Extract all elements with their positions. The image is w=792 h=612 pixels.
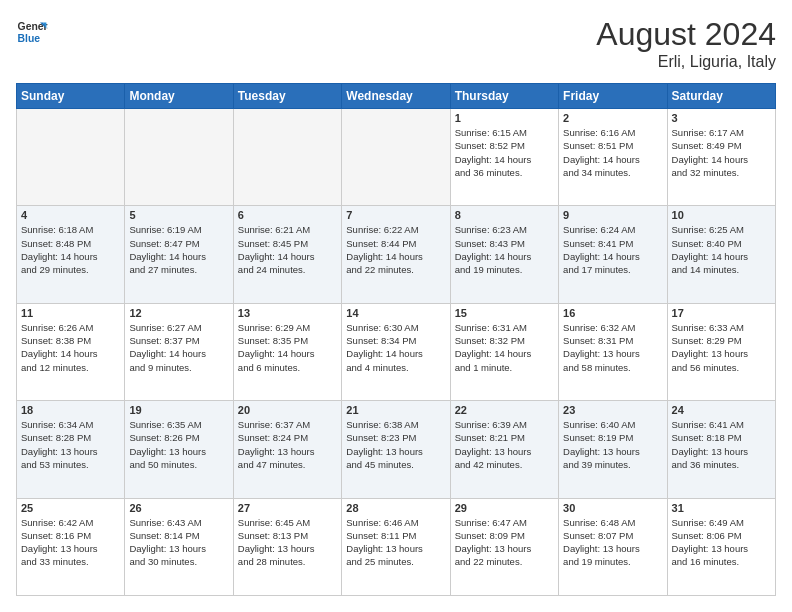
- day-info: Sunrise: 6:48 AMSunset: 8:07 PMDaylight:…: [563, 516, 662, 569]
- day-number: 2: [563, 112, 662, 124]
- day-number: 8: [455, 209, 554, 221]
- day-info: Sunrise: 6:42 AMSunset: 8:16 PMDaylight:…: [21, 516, 120, 569]
- table-row: 8Sunrise: 6:23 AMSunset: 8:43 PMDaylight…: [450, 206, 558, 303]
- col-monday: Monday: [125, 84, 233, 109]
- day-info: Sunrise: 6:35 AMSunset: 8:26 PMDaylight:…: [129, 418, 228, 471]
- header: General Blue August 2024 Erli, Liguria, …: [16, 16, 776, 71]
- table-row: 9Sunrise: 6:24 AMSunset: 8:41 PMDaylight…: [559, 206, 667, 303]
- day-number: 31: [672, 502, 771, 514]
- day-number: 23: [563, 404, 662, 416]
- day-number: 20: [238, 404, 337, 416]
- day-info: Sunrise: 6:29 AMSunset: 8:35 PMDaylight:…: [238, 321, 337, 374]
- table-row: 28Sunrise: 6:46 AMSunset: 8:11 PMDayligh…: [342, 498, 450, 595]
- col-sunday: Sunday: [17, 84, 125, 109]
- table-row: 7Sunrise: 6:22 AMSunset: 8:44 PMDaylight…: [342, 206, 450, 303]
- table-row: 23Sunrise: 6:40 AMSunset: 8:19 PMDayligh…: [559, 401, 667, 498]
- day-info: Sunrise: 6:30 AMSunset: 8:34 PMDaylight:…: [346, 321, 445, 374]
- logo-icon: General Blue: [16, 16, 48, 48]
- day-number: 22: [455, 404, 554, 416]
- table-row: 20Sunrise: 6:37 AMSunset: 8:24 PMDayligh…: [233, 401, 341, 498]
- col-tuesday: Tuesday: [233, 84, 341, 109]
- table-row: [233, 109, 341, 206]
- day-info: Sunrise: 6:25 AMSunset: 8:40 PMDaylight:…: [672, 223, 771, 276]
- day-info: Sunrise: 6:40 AMSunset: 8:19 PMDaylight:…: [563, 418, 662, 471]
- day-number: 25: [21, 502, 120, 514]
- table-row: 10Sunrise: 6:25 AMSunset: 8:40 PMDayligh…: [667, 206, 775, 303]
- svg-text:Blue: Blue: [18, 33, 41, 44]
- table-row: 5Sunrise: 6:19 AMSunset: 8:47 PMDaylight…: [125, 206, 233, 303]
- day-number: 4: [21, 209, 120, 221]
- table-row: 29Sunrise: 6:47 AMSunset: 8:09 PMDayligh…: [450, 498, 558, 595]
- col-saturday: Saturday: [667, 84, 775, 109]
- logo: General Blue: [16, 16, 48, 48]
- day-number: 3: [672, 112, 771, 124]
- day-number: 29: [455, 502, 554, 514]
- day-info: Sunrise: 6:41 AMSunset: 8:18 PMDaylight:…: [672, 418, 771, 471]
- table-row: 14Sunrise: 6:30 AMSunset: 8:34 PMDayligh…: [342, 303, 450, 400]
- day-number: 7: [346, 209, 445, 221]
- day-number: 6: [238, 209, 337, 221]
- day-number: 24: [672, 404, 771, 416]
- day-info: Sunrise: 6:24 AMSunset: 8:41 PMDaylight:…: [563, 223, 662, 276]
- table-row: 16Sunrise: 6:32 AMSunset: 8:31 PMDayligh…: [559, 303, 667, 400]
- table-row: 22Sunrise: 6:39 AMSunset: 8:21 PMDayligh…: [450, 401, 558, 498]
- day-info: Sunrise: 6:18 AMSunset: 8:48 PMDaylight:…: [21, 223, 120, 276]
- day-number: 27: [238, 502, 337, 514]
- calendar-table: Sunday Monday Tuesday Wednesday Thursday…: [16, 83, 776, 596]
- day-number: 9: [563, 209, 662, 221]
- table-row: 1Sunrise: 6:15 AMSunset: 8:52 PMDaylight…: [450, 109, 558, 206]
- day-number: 1: [455, 112, 554, 124]
- day-number: 16: [563, 307, 662, 319]
- day-info: Sunrise: 6:21 AMSunset: 8:45 PMDaylight:…: [238, 223, 337, 276]
- day-info: Sunrise: 6:46 AMSunset: 8:11 PMDaylight:…: [346, 516, 445, 569]
- table-row: 3Sunrise: 6:17 AMSunset: 8:49 PMDaylight…: [667, 109, 775, 206]
- table-row: 21Sunrise: 6:38 AMSunset: 8:23 PMDayligh…: [342, 401, 450, 498]
- day-number: 28: [346, 502, 445, 514]
- table-row: 17Sunrise: 6:33 AMSunset: 8:29 PMDayligh…: [667, 303, 775, 400]
- table-row: 19Sunrise: 6:35 AMSunset: 8:26 PMDayligh…: [125, 401, 233, 498]
- day-number: 30: [563, 502, 662, 514]
- table-row: [17, 109, 125, 206]
- day-info: Sunrise: 6:37 AMSunset: 8:24 PMDaylight:…: [238, 418, 337, 471]
- day-info: Sunrise: 6:15 AMSunset: 8:52 PMDaylight:…: [455, 126, 554, 179]
- day-number: 10: [672, 209, 771, 221]
- day-number: 11: [21, 307, 120, 319]
- col-friday: Friday: [559, 84, 667, 109]
- table-row: 18Sunrise: 6:34 AMSunset: 8:28 PMDayligh…: [17, 401, 125, 498]
- day-number: 13: [238, 307, 337, 319]
- day-info: Sunrise: 6:33 AMSunset: 8:29 PMDaylight:…: [672, 321, 771, 374]
- table-row: 31Sunrise: 6:49 AMSunset: 8:06 PMDayligh…: [667, 498, 775, 595]
- day-info: Sunrise: 6:23 AMSunset: 8:43 PMDaylight:…: [455, 223, 554, 276]
- day-info: Sunrise: 6:34 AMSunset: 8:28 PMDaylight:…: [21, 418, 120, 471]
- table-row: 6Sunrise: 6:21 AMSunset: 8:45 PMDaylight…: [233, 206, 341, 303]
- day-info: Sunrise: 6:22 AMSunset: 8:44 PMDaylight:…: [346, 223, 445, 276]
- day-info: Sunrise: 6:49 AMSunset: 8:06 PMDaylight:…: [672, 516, 771, 569]
- table-row: 15Sunrise: 6:31 AMSunset: 8:32 PMDayligh…: [450, 303, 558, 400]
- day-info: Sunrise: 6:45 AMSunset: 8:13 PMDaylight:…: [238, 516, 337, 569]
- day-info: Sunrise: 6:27 AMSunset: 8:37 PMDaylight:…: [129, 321, 228, 374]
- day-number: 26: [129, 502, 228, 514]
- day-number: 18: [21, 404, 120, 416]
- page: General Blue August 2024 Erli, Liguria, …: [0, 0, 792, 612]
- day-info: Sunrise: 6:19 AMSunset: 8:47 PMDaylight:…: [129, 223, 228, 276]
- day-info: Sunrise: 6:31 AMSunset: 8:32 PMDaylight:…: [455, 321, 554, 374]
- col-wednesday: Wednesday: [342, 84, 450, 109]
- location: Erli, Liguria, Italy: [596, 53, 776, 71]
- col-thursday: Thursday: [450, 84, 558, 109]
- day-info: Sunrise: 6:43 AMSunset: 8:14 PMDaylight:…: [129, 516, 228, 569]
- day-number: 17: [672, 307, 771, 319]
- table-row: 30Sunrise: 6:48 AMSunset: 8:07 PMDayligh…: [559, 498, 667, 595]
- month-title: August 2024: [596, 16, 776, 53]
- calendar-header-row: Sunday Monday Tuesday Wednesday Thursday…: [17, 84, 776, 109]
- table-row: 2Sunrise: 6:16 AMSunset: 8:51 PMDaylight…: [559, 109, 667, 206]
- table-row: 26Sunrise: 6:43 AMSunset: 8:14 PMDayligh…: [125, 498, 233, 595]
- day-info: Sunrise: 6:32 AMSunset: 8:31 PMDaylight:…: [563, 321, 662, 374]
- table-row: 25Sunrise: 6:42 AMSunset: 8:16 PMDayligh…: [17, 498, 125, 595]
- day-number: 14: [346, 307, 445, 319]
- table-row: 4Sunrise: 6:18 AMSunset: 8:48 PMDaylight…: [17, 206, 125, 303]
- day-info: Sunrise: 6:38 AMSunset: 8:23 PMDaylight:…: [346, 418, 445, 471]
- day-info: Sunrise: 6:17 AMSunset: 8:49 PMDaylight:…: [672, 126, 771, 179]
- table-row: 24Sunrise: 6:41 AMSunset: 8:18 PMDayligh…: [667, 401, 775, 498]
- table-row: [125, 109, 233, 206]
- day-number: 21: [346, 404, 445, 416]
